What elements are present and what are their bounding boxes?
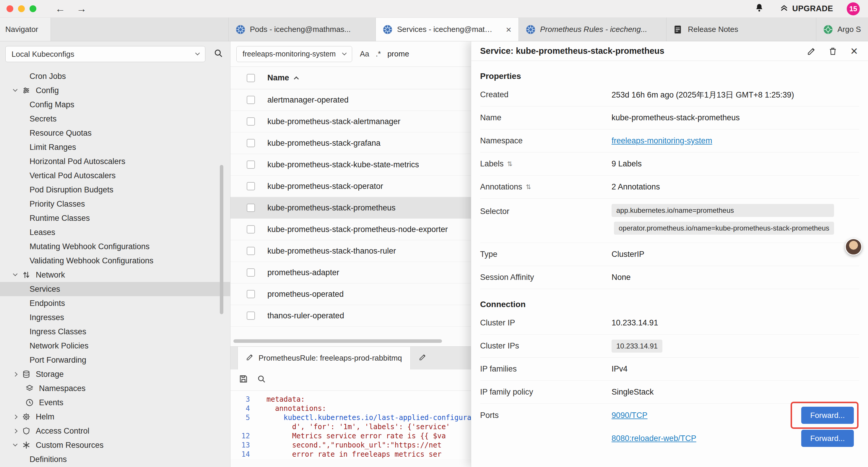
row-checkbox[interactable] [247,139,255,147]
sidebar-item-network-policies[interactable]: Network Policies [0,339,230,353]
sidebar-item-endpoints[interactable]: Endpoints [0,296,230,310]
regex-toggle[interactable]: .* [376,49,381,59]
port-link[interactable]: 9090/TCP [612,411,801,420]
forward-button[interactable]: → [76,3,87,14]
sidebar-item-cron-jobs[interactable]: Cron Jobs [0,69,230,83]
row-checkbox[interactable] [247,312,255,320]
kubeconfig-selector[interactable]: Local Kubeconfigs [5,46,205,62]
notification-count-badge[interactable]: 15 [847,2,860,16]
sidebar-item-label: Port Forwarding [30,356,86,365]
select-all-checkbox[interactable] [247,74,255,82]
property-label: Ports [480,404,612,420]
sidebar-item-definitions[interactable]: Definitions [0,452,230,466]
row-checkbox[interactable] [247,268,255,276]
expand-labels-icon[interactable]: ⇅ [507,160,513,168]
line-number: 12 [230,432,256,441]
row-checkbox[interactable] [247,247,255,255]
tab-release-notes[interactable]: Release Notes [666,18,816,41]
save-button[interactable] [239,374,248,386]
maximize-window-button[interactable] [30,5,36,12]
namespace-selector[interactable]: freeleaps-monitoring-system [236,46,352,62]
close-panel-button[interactable]: × [849,46,859,56]
minimize-window-button[interactable] [18,5,25,12]
dock-tab-prometheusrule[interactable]: PrometheusRule: freeleaps-prod-rabbitmq [238,347,411,370]
match-case-toggle[interactable]: Aa [360,49,369,59]
sidebar-item-storage[interactable]: Storage [0,367,230,381]
row-checkbox[interactable] [247,160,255,169]
sidebar-item-priority-classes[interactable]: Priority Classes [0,197,230,211]
sidebar-item-config-maps[interactable]: Config Maps [0,97,230,112]
sidebar-item-services[interactable]: Services [0,282,230,296]
navigator-label: Navigator [5,25,38,34]
sidebar-item-horizontal-pod-autoscalers[interactable]: Horizontal Pod Autoscalers [0,154,230,169]
sidebar-item-validating-webhook-configurations[interactable]: Validating Webhook Configurations [0,254,230,268]
namespace-link[interactable]: freeleaps-monitoring-system [612,136,712,145]
sidebar-item-namespaces[interactable]: Namespaces [0,381,230,396]
sidebar-item-pod-disruption-budgets[interactable]: Pod Disruption Budgets [0,183,230,197]
sidebar-item-port-forwarding[interactable]: Port Forwarding [0,353,230,367]
service-name: kube-prometheus-stack-operator [267,182,383,191]
notifications-button[interactable] [755,3,764,14]
list-search-input[interactable] [387,49,452,59]
sidebar-item-helm[interactable]: Helm [0,410,230,424]
horizontal-scrollbar[interactable] [234,339,442,343]
close-window-button[interactable] [6,5,13,12]
row-checkbox[interactable] [247,96,255,104]
list-search: Aa .* [360,49,452,59]
tab-argo[interactable]: Argo S [816,18,868,41]
back-button[interactable]: ← [55,3,65,14]
delete-button[interactable] [828,46,838,56]
row-checkbox[interactable] [247,182,255,191]
line-number: 13 [230,441,256,450]
tab-prometheus-rules[interactable]: Prometheus Rules - icecheng... [519,18,666,41]
forward-button[interactable]: Forward... [801,430,854,447]
sort-ascending-icon [294,76,299,81]
sidebar-item-custom-resources[interactable]: Custom Resources [0,438,230,452]
port-link[interactable]: 8080:reloader-web/TCP [612,434,801,443]
selector-badge: operator.prometheus.io/name=kube-prometh… [614,222,834,235]
sidebar-item-network[interactable]: Network [0,268,230,282]
sidebar-item-events[interactable]: Events [0,396,230,410]
sidebar-item-limit-ranges[interactable]: Limit Ranges [0,140,230,154]
avatar[interactable] [845,238,862,255]
sidebar-item-resource-quotas[interactable]: Resource Quotas [0,126,230,140]
tab-services[interactable]: Services - icecheng@math... × [376,18,519,41]
sidebar-item-access-control[interactable]: Access Control [0,424,230,438]
service-name: kube-prometheus-stack-thanos-ruler [267,246,396,256]
row-checkbox[interactable] [247,204,255,212]
editor-search-button[interactable] [257,375,266,385]
row-checkbox[interactable] [247,290,255,298]
code-line: kubectl.kubernetes.io/last-applied-confi… [256,413,493,422]
tab-pods[interactable]: Pods - icecheng@mathmas... [229,18,376,41]
property-row-annotations: Annotations ⇅ 2 Annotations [480,176,859,199]
column-header-name[interactable]: Name [267,73,298,83]
forward-button[interactable]: Forward... [801,407,854,424]
sidebar-item-ingress-classes[interactable]: Ingress Classes [0,324,230,339]
property-value: 253d 16h 6m ago (2025年1月13日 GMT+8 1:25:3… [612,90,794,100]
property-label: Labels [480,159,504,169]
sidebar-item-runtime-classes[interactable]: Runtime Classes [0,211,230,225]
sidebar-item-leases[interactable]: Leases [0,225,230,239]
row-checkbox[interactable] [247,117,255,126]
sidebar-item-mutating-webhook-configurations[interactable]: Mutating Webhook Configurations [0,239,230,254]
close-tab-icon[interactable]: × [506,25,512,34]
code-line: second.","runbook_url":"https://net [256,441,441,450]
sidebar-item-config[interactable]: Config [0,83,230,97]
line-number: 14 [230,450,256,459]
sidebar-scrollbar[interactable] [220,165,223,314]
sidebar-item-label: Limit Ranges [30,143,76,152]
upgrade-button[interactable]: UPGRADE [780,3,833,14]
sidebar-item-label: Config [36,86,59,95]
sidebar-item-ingresses[interactable]: Ingresses [0,310,230,324]
edit-button[interactable] [807,46,816,56]
service-name: prometheus-adapter [267,268,339,277]
sidebar-item-secrets[interactable]: Secrets [0,112,230,126]
navigator-panel-tab[interactable]: Navigator [0,18,51,41]
expand-annotations-icon[interactable]: ⇅ [526,183,531,191]
sidebar-search-button[interactable] [212,48,225,61]
chevron-right-icon [13,372,18,377]
section-heading-connection: Connection [480,300,859,309]
sidebar-item-vertical-pod-autoscalers[interactable]: Vertical Pod Autoscalers [0,169,230,183]
chevron-down-icon [13,272,18,276]
row-checkbox[interactable] [247,225,255,233]
